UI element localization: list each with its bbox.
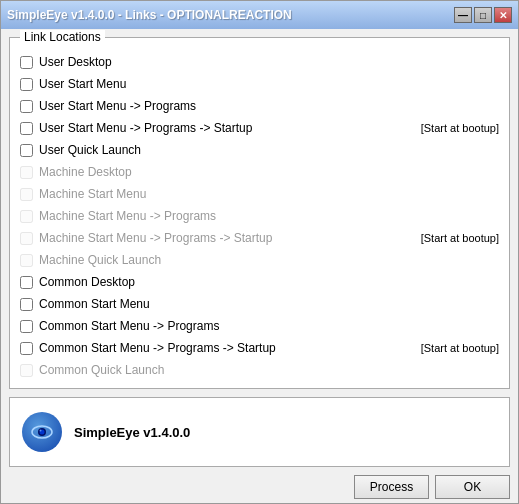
checkbox-row-common-quick-launch: Common Quick Launch	[20, 360, 499, 380]
checkbox-row-machine-desktop: Machine Desktop	[20, 162, 499, 182]
checkbox-label-user-desktop: User Desktop	[39, 55, 499, 69]
app-name-label: SimpleEye v1.4.0.0	[74, 425, 190, 440]
title-controls: — □ ✕	[454, 7, 512, 23]
checkbox-user-start-menu-programs[interactable]	[20, 100, 33, 113]
footer: Process OK	[1, 475, 518, 504]
checkbox-row-user-start-menu-startup: User Start Menu -> Programs -> Startup[S…	[20, 118, 499, 138]
checkbox-machine-desktop	[20, 166, 33, 179]
checkbox-list: User DesktopUser Start MenuUser Start Me…	[20, 52, 499, 380]
checkbox-label-common-quick-launch: Common Quick Launch	[39, 363, 499, 377]
checkbox-row-machine-start-menu-programs: Machine Start Menu -> Programs	[20, 206, 499, 226]
checkbox-label-machine-start-menu: Machine Start Menu	[39, 187, 499, 201]
checkbox-common-start-menu[interactable]	[20, 298, 33, 311]
checkbox-row-user-start-menu-programs: User Start Menu -> Programs	[20, 96, 499, 116]
checkbox-label-common-start-menu: Common Start Menu	[39, 297, 499, 311]
checkbox-label-user-quick-launch: User Quick Launch	[39, 143, 499, 157]
checkbox-label-machine-desktop: Machine Desktop	[39, 165, 499, 179]
minimize-button[interactable]: —	[454, 7, 472, 23]
checkbox-label-user-start-menu-startup: User Start Menu -> Programs -> Startup	[39, 121, 411, 135]
checkbox-row-machine-start-menu: Machine Start Menu	[20, 184, 499, 204]
svg-point-3	[40, 430, 42, 432]
checkbox-label-common-start-menu-programs: Common Start Menu -> Programs	[39, 319, 499, 333]
checkbox-label-machine-start-menu-programs: Machine Start Menu -> Programs	[39, 209, 499, 223]
app-icon	[22, 412, 62, 452]
close-button[interactable]: ✕	[494, 7, 512, 23]
checkbox-label-user-start-menu-programs: User Start Menu -> Programs	[39, 99, 499, 113]
preview-box: SimpleEye v1.4.0.0	[9, 397, 510, 467]
badge-common-start-menu-startup: [Start at bootup]	[421, 342, 499, 354]
checkbox-machine-start-menu	[20, 188, 33, 201]
main-window: SimpleEye v1.4.0.0 - Links - OPTIONALREA…	[0, 0, 519, 504]
ok-button[interactable]: OK	[435, 475, 510, 499]
checkbox-label-common-start-menu-startup: Common Start Menu -> Programs -> Startup	[39, 341, 411, 355]
checkbox-user-desktop[interactable]	[20, 56, 33, 69]
checkbox-label-common-desktop: Common Desktop	[39, 275, 499, 289]
checkbox-label-machine-start-menu-startup: Machine Start Menu -> Programs -> Startu…	[39, 231, 411, 245]
badge-machine-start-menu-startup: [Start at bootup]	[421, 232, 499, 244]
window-content: Link Locations User DesktopUser Start Me…	[1, 29, 518, 475]
checkbox-machine-start-menu-startup	[20, 232, 33, 245]
checkbox-label-machine-quick-launch: Machine Quick Launch	[39, 253, 499, 267]
checkbox-row-user-start-menu: User Start Menu	[20, 74, 499, 94]
checkbox-machine-start-menu-programs	[20, 210, 33, 223]
checkbox-common-start-menu-startup[interactable]	[20, 342, 33, 355]
group-box-label: Link Locations	[20, 30, 105, 44]
checkbox-common-desktop[interactable]	[20, 276, 33, 289]
checkbox-row-machine-quick-launch: Machine Quick Launch	[20, 250, 499, 270]
checkbox-user-start-menu-startup[interactable]	[20, 122, 33, 135]
eye-icon	[31, 425, 53, 439]
checkbox-row-common-start-menu: Common Start Menu	[20, 294, 499, 314]
checkbox-row-user-quick-launch: User Quick Launch	[20, 140, 499, 160]
title-bar: SimpleEye v1.4.0.0 - Links - OPTIONALREA…	[1, 1, 518, 29]
checkbox-row-machine-start-menu-startup: Machine Start Menu -> Programs -> Startu…	[20, 228, 499, 248]
checkbox-common-start-menu-programs[interactable]	[20, 320, 33, 333]
checkbox-label-user-start-menu: User Start Menu	[39, 77, 499, 91]
badge-user-start-menu-startup: [Start at bootup]	[421, 122, 499, 134]
link-locations-group: Link Locations User DesktopUser Start Me…	[9, 37, 510, 389]
maximize-button[interactable]: □	[474, 7, 492, 23]
checkbox-user-start-menu[interactable]	[20, 78, 33, 91]
checkbox-row-common-start-menu-programs: Common Start Menu -> Programs	[20, 316, 499, 336]
checkbox-user-quick-launch[interactable]	[20, 144, 33, 157]
checkbox-common-quick-launch	[20, 364, 33, 377]
checkbox-row-common-start-menu-startup: Common Start Menu -> Programs -> Startup…	[20, 338, 499, 358]
window-title: SimpleEye v1.4.0.0 - Links - OPTIONALREA…	[7, 8, 292, 22]
checkbox-machine-quick-launch	[20, 254, 33, 267]
checkbox-row-user-desktop: User Desktop	[20, 52, 499, 72]
process-button[interactable]: Process	[354, 475, 429, 499]
checkbox-row-common-desktop: Common Desktop	[20, 272, 499, 292]
